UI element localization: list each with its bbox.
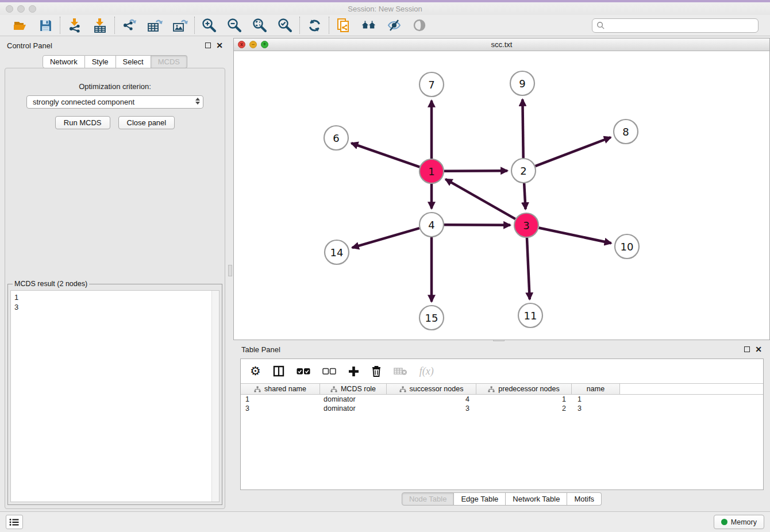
optimization-criterion-value: strongly connected component bbox=[33, 98, 134, 106]
tab-network[interactable]: Network bbox=[43, 55, 85, 68]
mcds-result-group: MCDS result (2 nodes) 1 3 bbox=[7, 280, 222, 505]
column-header-mcds-role[interactable]: MCDS role bbox=[320, 384, 387, 394]
tab-mcds[interactable]: MCDS bbox=[151, 55, 187, 68]
table-row[interactable]: 1 dominator 4 1 1 bbox=[241, 395, 763, 404]
graph-edge-3-11[interactable] bbox=[527, 238, 530, 299]
export-table-icon[interactable] bbox=[147, 17, 163, 33]
column-type-icon bbox=[488, 386, 495, 392]
table-row[interactable]: 3 dominator 3 2 3 bbox=[241, 404, 763, 413]
import-network-icon[interactable] bbox=[67, 17, 83, 33]
list-icon bbox=[9, 518, 20, 526]
graph-edge-1-2[interactable] bbox=[444, 171, 507, 171]
tab-network-table[interactable]: Network Table bbox=[506, 492, 567, 506]
show-columns-icon[interactable] bbox=[273, 365, 284, 377]
table-panel-title: Table Panel bbox=[241, 345, 280, 354]
graph-edge-2-9[interactable] bbox=[522, 99, 523, 158]
cell-mcds-role[interactable]: dominator bbox=[320, 395, 387, 403]
run-mcds-button[interactable]: Run MCDS bbox=[55, 116, 110, 129]
show-all-network-views-icon[interactable] bbox=[361, 17, 377, 33]
mcds-result-list[interactable]: 1 3 bbox=[10, 290, 220, 502]
network-graph[interactable]: 7968124314101511 bbox=[234, 51, 769, 340]
control-panel: Control Panel ✕ Network Style Select MCD… bbox=[0, 38, 230, 509]
tab-edge-table[interactable]: Edge Table bbox=[454, 492, 506, 506]
clone-network-icon[interactable] bbox=[336, 17, 352, 33]
status-bar: Memory bbox=[0, 511, 770, 532]
cell-shared-name[interactable]: 1 bbox=[241, 395, 320, 403]
control-panel-title: Control Panel bbox=[7, 41, 52, 50]
optimization-criterion-select[interactable]: strongly connected component bbox=[26, 95, 203, 109]
float-panel-icon[interactable] bbox=[205, 43, 211, 48]
table-toolbar: ⚙ f(x) bbox=[241, 359, 763, 383]
export-image-icon[interactable] bbox=[172, 17, 188, 33]
zoom-out-icon[interactable] bbox=[226, 17, 242, 33]
app-titlebar: Session: New Session bbox=[0, 2, 770, 15]
zoom-selected-icon[interactable] bbox=[277, 17, 293, 33]
delete-entries-icon[interactable] bbox=[371, 365, 382, 377]
tab-motifs[interactable]: Motifs bbox=[567, 492, 602, 506]
cell-predecessor-nodes[interactable]: 2 bbox=[476, 404, 572, 413]
graph-node-label: 2 bbox=[520, 165, 526, 177]
import-table-icon[interactable] bbox=[92, 17, 108, 33]
zoom-in-icon[interactable] bbox=[201, 17, 217, 33]
tab-select[interactable]: Select bbox=[116, 55, 151, 68]
graph-edge-4-14[interactable] bbox=[352, 228, 419, 248]
refresh-icon[interactable] bbox=[306, 17, 322, 33]
graph-edge-1-6[interactable] bbox=[351, 143, 419, 167]
add-column-icon[interactable] bbox=[348, 366, 359, 377]
network-window-title: scc.txt bbox=[234, 40, 769, 49]
graph-edge-2-8[interactable] bbox=[536, 137, 611, 166]
memory-label: Memory bbox=[731, 518, 757, 526]
cell-mcds-role[interactable]: dominator bbox=[320, 404, 387, 413]
task-history-button[interactable] bbox=[6, 515, 23, 529]
close-table-panel-icon[interactable]: ✕ bbox=[755, 346, 762, 352]
select-all-icon[interactable] bbox=[297, 368, 310, 375]
save-session-icon[interactable] bbox=[37, 17, 53, 33]
network-close-button[interactable]: x bbox=[238, 41, 245, 48]
cell-shared-name[interactable]: 3 bbox=[241, 404, 320, 413]
tab-style[interactable]: Style bbox=[85, 55, 116, 68]
tab-node-table[interactable]: Node Table bbox=[402, 492, 455, 506]
deselect-all-icon[interactable] bbox=[322, 368, 336, 375]
network-minimize-button[interactable]: – bbox=[249, 41, 257, 48]
export-network-icon[interactable] bbox=[121, 17, 137, 33]
graph-edge-3-10[interactable] bbox=[539, 228, 611, 244]
memory-button[interactable]: Memory bbox=[714, 515, 764, 529]
cell-name[interactable]: 3 bbox=[572, 404, 620, 413]
table-header-row: shared name MCDS role successor nodes pr… bbox=[241, 383, 763, 395]
hide-view-icon[interactable] bbox=[386, 17, 402, 33]
search-input[interactable] bbox=[608, 21, 754, 30]
graph-node-label: 1 bbox=[428, 165, 434, 178]
mcds-result-item[interactable]: 3 bbox=[14, 302, 215, 312]
cell-name[interactable]: 1 bbox=[572, 395, 620, 403]
open-session-icon[interactable] bbox=[12, 17, 28, 33]
result-scrollbar[interactable] bbox=[211, 291, 219, 502]
graph-edge-2-3[interactable] bbox=[524, 183, 525, 209]
graph-node-label: 3 bbox=[523, 219, 529, 232]
delete-column-disabled-icon bbox=[394, 367, 407, 376]
global-search-field[interactable] bbox=[592, 18, 759, 33]
graph-node-label: 9 bbox=[519, 78, 525, 90]
close-panel-icon[interactable]: ✕ bbox=[216, 43, 223, 48]
column-type-icon bbox=[254, 386, 261, 392]
cell-successor-nodes[interactable]: 3 bbox=[387, 404, 476, 413]
mcds-result-item[interactable]: 1 bbox=[14, 292, 215, 302]
select-spinner-icon bbox=[195, 98, 200, 105]
network-zoom-button[interactable]: + bbox=[261, 41, 268, 48]
zoom-fit-icon[interactable] bbox=[252, 17, 268, 33]
graph-node-label: 15 bbox=[425, 312, 438, 324]
cell-successor-nodes[interactable]: 4 bbox=[387, 395, 476, 403]
table-settings-icon[interactable]: ⚙ bbox=[250, 365, 261, 377]
graph-edge-4-3[interactable] bbox=[444, 225, 510, 225]
column-header-predecessor-nodes[interactable]: predecessor nodes bbox=[476, 384, 572, 394]
column-header-name[interactable]: name bbox=[572, 384, 620, 394]
show-view-disabled-icon bbox=[411, 17, 428, 33]
float-table-panel-icon[interactable] bbox=[744, 346, 750, 352]
column-header-shared-name[interactable]: shared name bbox=[241, 384, 320, 394]
graph-edge-3-1[interactable] bbox=[445, 179, 515, 219]
mcds-result-title: MCDS result (2 nodes) bbox=[13, 280, 89, 288]
cell-predecessor-nodes[interactable]: 1 bbox=[476, 395, 572, 403]
vertical-splitter-handle[interactable] bbox=[228, 265, 232, 276]
close-panel-button[interactable]: Close panel bbox=[118, 116, 175, 129]
column-header-successor-nodes[interactable]: successor nodes bbox=[387, 384, 476, 394]
main-toolbar bbox=[0, 15, 770, 36]
